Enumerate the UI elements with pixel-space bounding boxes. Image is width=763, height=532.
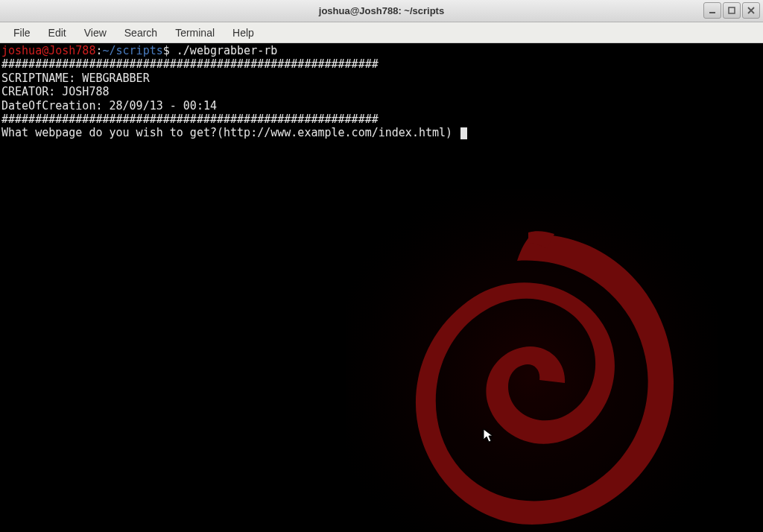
- text-cursor: [460, 127, 467, 139]
- prompt-user-host: joshua@Josh788: [1, 44, 95, 57]
- menu-file[interactable]: File: [4, 24, 39, 42]
- window-title: joshua@Josh788: ~/scripts: [319, 5, 444, 16]
- svg-rect-0: [709, 12, 715, 13]
- typed-command: ./webgrabber-rb: [177, 44, 277, 57]
- output-line: SCRIPTNAME: WEBGRABBER: [1, 72, 150, 85]
- minimize-button[interactable]: [703, 2, 721, 19]
- menu-edit[interactable]: Edit: [39, 24, 75, 42]
- output-prompt: What webpage do you wish to get?(http://…: [1, 126, 459, 139]
- maximize-button[interactable]: [723, 2, 741, 19]
- menu-terminal[interactable]: Terminal: [166, 24, 224, 42]
- close-button[interactable]: [742, 2, 760, 19]
- prompt-path: ~/scripts: [102, 44, 162, 57]
- titlebar: joshua@Josh788: ~/scripts: [0, 0, 763, 22]
- menu-view[interactable]: View: [75, 24, 115, 42]
- menu-help[interactable]: Help: [224, 24, 263, 42]
- svg-rect-1: [729, 7, 735, 13]
- output-line: DateOfCreation: 28/09/13 - 00:14: [1, 99, 217, 113]
- terminal-area[interactable]: joshua@Josh788:~/scripts$ ./webgrabber-r…: [0, 43, 763, 532]
- output-line: ########################################…: [1, 57, 379, 71]
- output-line: ########################################…: [1, 113, 379, 126]
- terminal-output: joshua@Josh788:~/scripts$ ./webgrabber-r…: [0, 43, 763, 141]
- menubar: File Edit View Search Terminal Help: [0, 22, 763, 43]
- menu-search[interactable]: Search: [115, 24, 166, 42]
- debian-swirl-background: [346, 189, 718, 532]
- output-line: CREATOR: JOSH788: [1, 85, 110, 98]
- prompt-dollar: $: [163, 44, 177, 57]
- window-controls: [703, 2, 760, 19]
